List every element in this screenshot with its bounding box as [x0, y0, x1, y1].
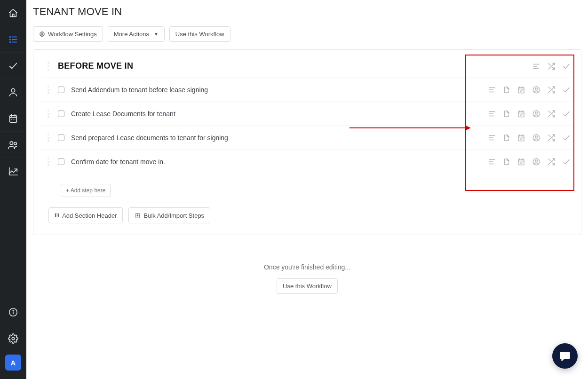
drag-handle-icon[interactable]	[48, 158, 54, 166]
svg-point-0	[10, 36, 11, 37]
nav-calendar[interactable]	[0, 105, 26, 132]
step-checkbox[interactable]	[58, 134, 64, 141]
nav-user[interactable]	[0, 79, 26, 105]
chart-icon	[8, 166, 18, 176]
svg-point-61	[535, 160, 538, 162]
svg-point-14	[10, 142, 13, 144]
file-icon[interactable]	[503, 158, 510, 166]
gear-icon	[39, 31, 45, 37]
use-workflow-button[interactable]: Use this Workflow	[169, 26, 230, 42]
section-actions	[532, 62, 571, 71]
nav-users[interactable]	[0, 132, 26, 158]
svg-rect-29	[518, 87, 524, 93]
more-actions-label: More Actions	[114, 31, 149, 38]
nav-check[interactable]	[0, 53, 26, 79]
drag-handle-icon[interactable]	[48, 110, 54, 118]
svg-point-2	[10, 39, 11, 40]
caret-down-icon: ▼	[154, 32, 159, 37]
add-step-button[interactable]: + Add step here	[61, 184, 111, 197]
shuffle-icon[interactable]	[547, 110, 556, 118]
step-checkbox[interactable]	[58, 111, 64, 117]
finished-block: Once you're finished editing... Use this…	[33, 263, 581, 294]
step-label: Create Lease Documents for tenant	[71, 110, 175, 118]
assignee-icon[interactable]	[532, 110, 540, 118]
card-footer-buttons: H Add Section Header Bulk Add/Import Ste…	[42, 197, 572, 223]
check-icon	[8, 61, 18, 71]
avatar[interactable]: A	[5, 355, 21, 371]
details-icon[interactable]	[488, 86, 496, 94]
svg-point-34	[535, 88, 538, 90]
schedule-icon[interactable]	[517, 158, 525, 166]
step-row[interactable]: Create Lease Documents for tenant	[42, 102, 572, 126]
details-icon[interactable]	[488, 134, 496, 142]
finished-text: Once you're finished editing...	[33, 263, 581, 271]
file-icon[interactable]	[503, 110, 510, 118]
svg-point-15	[14, 142, 17, 145]
workflow-card: BEFORE MOVE IN Send Addendum to tenant b…	[33, 49, 581, 235]
step-checkbox[interactable]	[58, 158, 64, 165]
complete-icon[interactable]	[562, 62, 571, 71]
svg-point-22	[41, 33, 43, 35]
complete-icon[interactable]	[562, 134, 571, 142]
section-title: BEFORE MOVE IN	[58, 61, 133, 71]
step-actions	[488, 158, 571, 166]
calendar-icon	[8, 113, 18, 124]
users-icon	[8, 140, 19, 150]
drag-handle-icon[interactable]	[48, 62, 54, 71]
nav-chart[interactable]	[0, 158, 26, 184]
step-label: Send prepared Lease documents to tenant …	[71, 134, 228, 142]
bulk-add-button[interactable]: Bulk Add/Import Steps	[128, 207, 210, 223]
step-checkbox[interactable]	[58, 87, 64, 93]
step-row[interactable]: Send prepared Lease documents to tenant …	[42, 126, 572, 150]
shuffle-icon[interactable]	[547, 134, 556, 142]
assignee-icon[interactable]	[532, 158, 540, 166]
chat-icon	[559, 350, 571, 362]
schedule-icon[interactable]	[517, 86, 525, 94]
details-icon[interactable]	[532, 62, 540, 71]
step-row[interactable]: Send Addendum to tenant before lease sig…	[42, 78, 572, 102]
chat-fab[interactable]	[552, 343, 578, 369]
gear-icon	[8, 333, 18, 344]
info-icon	[8, 307, 18, 317]
svg-point-4	[10, 41, 11, 42]
complete-icon[interactable]	[562, 86, 571, 94]
shuffle-icon[interactable]	[547, 62, 556, 71]
schedule-icon[interactable]	[517, 110, 525, 118]
step-actions	[488, 110, 571, 118]
drag-handle-icon[interactable]	[48, 134, 54, 142]
more-actions-button[interactable]: More Actions ▼	[108, 26, 165, 42]
toolbar: Workflow Settings More Actions ▼ Use thi…	[33, 26, 581, 42]
svg-rect-47	[518, 135, 524, 141]
workflow-settings-button[interactable]: Workflow Settings	[33, 26, 103, 42]
step-row[interactable]: Confirm date for tenant move in.	[42, 150, 572, 174]
file-icon[interactable]	[503, 134, 510, 142]
home-icon	[8, 8, 18, 18]
svg-point-43	[535, 112, 538, 114]
steps-list: Send Addendum to tenant before lease sig…	[42, 78, 572, 174]
assignee-icon[interactable]	[532, 134, 540, 142]
bulk-add-label: Bulk Add/Import Steps	[143, 212, 204, 219]
schedule-icon[interactable]	[517, 134, 525, 142]
nav-gear[interactable]	[0, 325, 26, 352]
shuffle-icon[interactable]	[547, 158, 556, 166]
step-label: Confirm date for tenant move in.	[71, 158, 165, 166]
nav-home[interactable]	[0, 0, 26, 26]
add-section-header-label: Add Section Header	[62, 212, 117, 219]
assignee-icon[interactable]	[532, 86, 540, 94]
use-workflow-button-footer[interactable]: Use this Workflow	[277, 278, 338, 294]
complete-icon[interactable]	[562, 110, 571, 118]
step-actions	[488, 134, 571, 142]
add-section-header-button[interactable]: H Add Section Header	[48, 207, 123, 223]
use-workflow-label: Use this Workflow	[175, 31, 224, 38]
drag-handle-icon[interactable]	[48, 86, 54, 94]
shuffle-icon[interactable]	[547, 86, 556, 94]
import-icon	[135, 213, 141, 219]
details-icon[interactable]	[488, 110, 496, 118]
complete-icon[interactable]	[562, 158, 571, 166]
svg-rect-7	[10, 115, 17, 122]
nav-info[interactable]	[0, 299, 26, 325]
page-title: TENANT MOVE IN	[33, 0, 581, 26]
file-icon[interactable]	[503, 86, 510, 94]
nav-list[interactable]	[0, 26, 26, 53]
details-icon[interactable]	[488, 158, 496, 166]
